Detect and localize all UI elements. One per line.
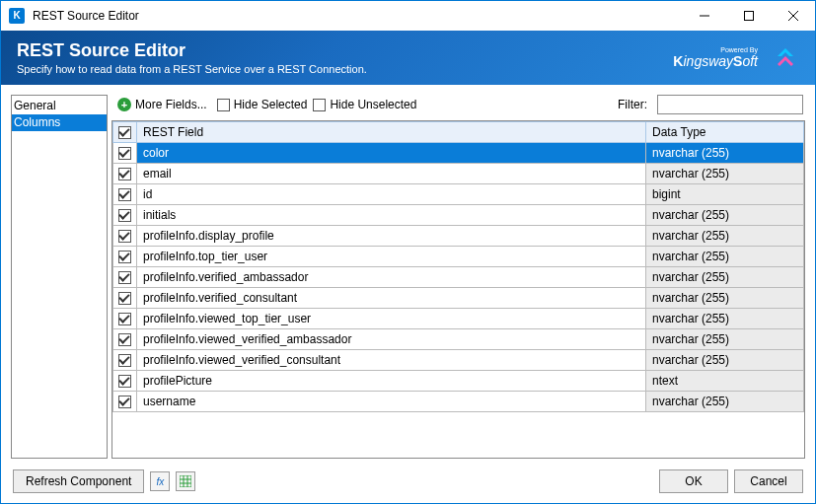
datatype-cell[interactable]: nvarchar (255) [646, 350, 804, 371]
toolbar: + More Fields... Hide Selected Hide Unse… [111, 95, 805, 118]
row-checkbox[interactable] [113, 143, 137, 164]
datatype-cell[interactable]: nvarchar (255) [646, 267, 804, 288]
row-checkbox[interactable] [113, 392, 137, 412]
page-title: REST Source Editor [17, 40, 367, 61]
row-checkbox[interactable] [113, 350, 137, 371]
table-row[interactable]: emailnvarchar (255) [113, 164, 804, 184]
page-subtitle: Specify how to read data from a REST Ser… [17, 63, 367, 75]
field-cell[interactable]: email [137, 164, 646, 184]
row-checkbox[interactable] [113, 164, 137, 184]
row-checkbox[interactable] [113, 371, 137, 392]
svg-rect-4 [180, 475, 191, 487]
hide-selected-checkbox[interactable]: Hide Selected [217, 98, 308, 111]
field-cell[interactable]: profileInfo.verified_consultant [137, 288, 646, 309]
footer: Refresh Component fx OK Cancel [1, 459, 815, 503]
refresh-component-button[interactable]: Refresh Component [13, 469, 144, 493]
field-cell[interactable]: profileInfo.verified_ambassador [137, 267, 646, 288]
table-row[interactable]: profileInfo.viewed_top_tier_usernvarchar… [113, 309, 804, 329]
row-checkbox[interactable] [113, 205, 137, 226]
table-row[interactable]: profileInfo.verified_consultantnvarchar … [113, 288, 804, 309]
filter-input[interactable] [657, 95, 803, 114]
maximize-button[interactable] [726, 1, 771, 31]
column-header-field[interactable]: REST Field [137, 122, 646, 143]
table-row[interactable]: usernamenvarchar (255) [113, 392, 804, 412]
datatype-cell[interactable]: nvarchar (255) [646, 143, 804, 164]
field-cell[interactable]: id [137, 184, 646, 205]
datatype-cell[interactable]: nvarchar (255) [646, 288, 804, 309]
table-row[interactable]: profileInfo.top_tier_usernvarchar (255) [113, 247, 804, 267]
field-cell[interactable]: initials [137, 205, 646, 226]
column-header-datatype[interactable]: Data Type [646, 122, 804, 143]
sidebar-item-general[interactable]: General [12, 98, 107, 114]
datatype-cell[interactable]: nvarchar (255) [646, 164, 804, 184]
select-all-checkbox[interactable] [113, 122, 137, 143]
datatype-cell[interactable]: ntext [646, 371, 804, 392]
row-checkbox[interactable] [113, 288, 137, 309]
field-cell[interactable]: profileInfo.viewed_verified_ambassador [137, 329, 646, 350]
clickup-logo-icon [772, 44, 799, 72]
datatype-cell[interactable]: nvarchar (255) [646, 392, 804, 412]
table-row[interactable]: profilePicturentext [113, 371, 804, 392]
expression-editor-button[interactable]: fx [150, 471, 170, 491]
checkbox-icon [313, 99, 326, 111]
table-row[interactable]: colornvarchar (255) [113, 143, 804, 164]
sidebar: GeneralColumns [11, 95, 108, 459]
field-cell[interactable]: profilePicture [137, 371, 646, 392]
kingswaysoft-logo: Powered By KingswaySoft [673, 46, 758, 69]
app-icon: K [9, 8, 25, 24]
ok-button[interactable]: OK [659, 469, 728, 493]
cancel-button[interactable]: Cancel [734, 469, 803, 493]
field-cell[interactable]: profileInfo.top_tier_user [137, 247, 646, 267]
table-row[interactable]: initialsnvarchar (255) [113, 205, 804, 226]
row-checkbox[interactable] [113, 329, 137, 350]
table-row[interactable]: profileInfo.viewed_verified_consultantnv… [113, 350, 804, 371]
close-button[interactable] [771, 1, 815, 31]
row-checkbox[interactable] [113, 309, 137, 329]
table-row[interactable]: profileInfo.display_profilenvarchar (255… [113, 226, 804, 247]
field-cell[interactable]: profileInfo.display_profile [137, 226, 646, 247]
row-checkbox[interactable] [113, 247, 137, 267]
hide-unselected-checkbox[interactable]: Hide Unselected [313, 98, 416, 111]
header-banner: REST Source Editor Specify how to read d… [1, 31, 815, 85]
titlebar: K REST Source Editor [1, 1, 815, 31]
checkbox-icon [217, 99, 230, 111]
datatype-cell[interactable]: nvarchar (255) [646, 329, 804, 350]
datatype-cell[interactable]: nvarchar (255) [646, 205, 804, 226]
grid-options-button[interactable] [176, 471, 195, 491]
plus-icon: + [117, 98, 131, 111]
datatype-cell[interactable]: nvarchar (255) [646, 226, 804, 247]
row-checkbox[interactable] [113, 267, 137, 288]
table-header-row: REST Field Data Type [113, 122, 804, 143]
datatype-cell[interactable]: bigint [646, 184, 804, 205]
datatype-cell[interactable]: nvarchar (255) [646, 247, 804, 267]
field-cell[interactable]: profileInfo.viewed_top_tier_user [137, 309, 646, 329]
row-checkbox[interactable] [113, 184, 137, 205]
row-checkbox[interactable] [113, 226, 137, 247]
svg-rect-1 [744, 12, 753, 21]
field-cell[interactable]: color [137, 143, 646, 164]
more-fields-button[interactable]: + More Fields... [113, 96, 211, 113]
filter-label: Filter: [618, 98, 647, 111]
header-logos: Powered By KingswaySoft [673, 44, 799, 72]
datatype-cell[interactable]: nvarchar (255) [646, 309, 804, 329]
minimize-button[interactable] [682, 1, 726, 31]
table-row[interactable]: profileInfo.viewed_verified_ambassadornv… [113, 329, 804, 350]
window-title: REST Source Editor [33, 9, 682, 23]
columns-table: REST Field Data Type colornvarchar (255)… [111, 120, 805, 459]
table-row[interactable]: idbigint [113, 184, 804, 205]
sidebar-item-columns[interactable]: Columns [12, 114, 107, 131]
field-cell[interactable]: username [137, 392, 646, 412]
field-cell[interactable]: profileInfo.viewed_verified_consultant [137, 350, 646, 371]
table-row[interactable]: profileInfo.verified_ambassadornvarchar … [113, 267, 804, 288]
